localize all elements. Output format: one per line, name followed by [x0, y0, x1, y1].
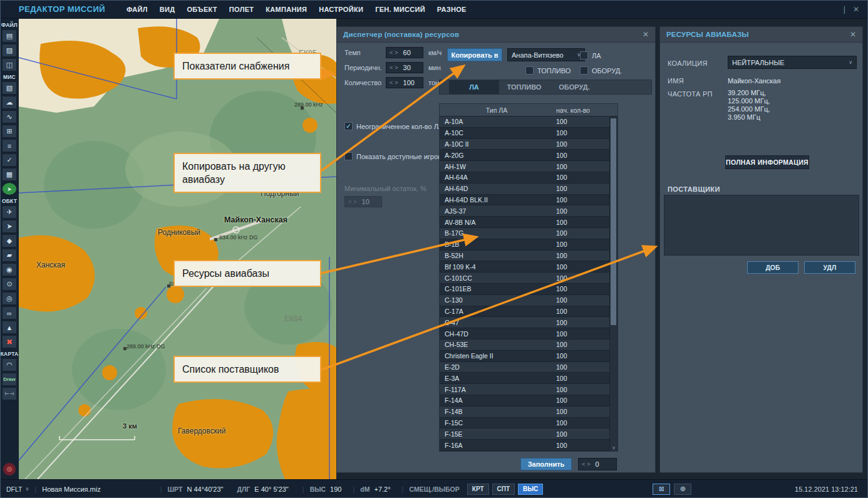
waypoint-icon[interactable]: ▲ [2, 321, 17, 334]
table-row[interactable]: AH-64D BLK.II 100 [440, 195, 610, 206]
menu-item[interactable]: ВИД [160, 6, 175, 13]
airplane-icon[interactable]: ✈ [2, 205, 17, 219]
field-spinner[interactable]: < > 100 [386, 77, 423, 88]
aircraft-table-body[interactable]: A-10A 100 A-10C 100 A-10C II 100 A-20G 1… [440, 117, 610, 451]
checkbox-aircraft[interactable]: ЛА [580, 51, 601, 60]
checkbox-box[interactable] [580, 66, 588, 75]
field-spinner[interactable]: < > 60 [386, 47, 423, 58]
zone-icon[interactable]: ◎ [2, 292, 17, 305]
spinner-decrement-icon[interactable]: < [582, 461, 585, 467]
table-row[interactable]: C-47 100 [440, 317, 610, 328]
table-row[interactable]: B-52H 100 [440, 251, 610, 262]
copy-to-button[interactable]: Копировать в [447, 48, 502, 61]
tables-icon[interactable]: ▦ [2, 168, 17, 181]
close-icon[interactable]: ✕ [850, 30, 856, 39]
static-object-icon[interactable]: ◉ [2, 263, 17, 276]
delete-icon[interactable]: ✖ [2, 335, 17, 348]
table-row[interactable]: F-15C 100 [440, 418, 610, 429]
spinner-decrement-icon[interactable]: < [390, 65, 393, 71]
time-settings-icon[interactable]: ⊛ [674, 484, 691, 495]
tab-aircraft[interactable]: ЛА [449, 80, 499, 94]
tab-fuel[interactable]: ТОПЛИВО [499, 80, 549, 94]
table-row[interactable]: AH-64D 100 [440, 184, 610, 195]
field-spinner[interactable]: < > 30 [386, 62, 423, 73]
table-row[interactable]: A-10A 100 [440, 117, 610, 128]
map-mode-button-spt[interactable]: СПТ [492, 484, 515, 495]
table-row[interactable]: E-3A 100 [440, 373, 610, 384]
table-row[interactable]: F-15E 100 [440, 428, 610, 440]
fill-button[interactable]: Заполнить [520, 458, 572, 470]
table-row[interactable]: A-20G 100 [440, 150, 610, 161]
options-icon[interactable]: ≡ [2, 139, 17, 152]
table-row[interactable]: Christen Eagle II 100 [440, 351, 610, 362]
delete-supplier-button[interactable]: УДЛ [804, 261, 855, 274]
airfield-icon[interactable]: ⊙ [2, 278, 17, 291]
close-icon[interactable]: ✕ [643, 30, 649, 39]
ship-icon[interactable]: ◆ [2, 234, 17, 247]
table-scrollbar[interactable]: ∨ [609, 117, 617, 451]
checkbox-box[interactable] [580, 51, 588, 60]
checkbox-check-icon[interactable]: ✓ [344, 122, 353, 130]
table-row[interactable]: AV-8B N/A 100 [440, 217, 610, 228]
map-canvas[interactable]: ЕК85 289.00 kHz Подгорный Майкоп-Ханская… [19, 19, 336, 479]
tab-equipment[interactable]: ОБОРУД. [549, 80, 599, 94]
menu-item[interactable]: НАСТРОЙКИ [319, 6, 363, 13]
template-icon[interactable]: ∞ [2, 306, 17, 319]
spinner-increment-icon[interactable]: > [395, 65, 398, 71]
vehicle-icon[interactable]: ▰ [2, 249, 17, 262]
measure-icon[interactable]: ◠ [2, 358, 17, 371]
table-row[interactable]: C-130 100 [440, 295, 610, 306]
menu-item[interactable]: ОБЪЕКТ [187, 6, 217, 13]
map-mode-button-vys[interactable]: ВЫС [518, 484, 543, 495]
play-mission-icon[interactable]: ➤ [2, 182, 17, 195]
save-mission-icon[interactable]: ◫ [2, 58, 17, 71]
checkbox-box[interactable] [344, 152, 353, 160]
briefing-icon[interactable]: ▧ [2, 81, 17, 95]
checkbox-show-player-available[interactable]: Показать доступные игроку [344, 152, 444, 160]
helicopter-icon[interactable]: ➤ [2, 220, 17, 233]
full-info-button[interactable]: ПОЛНАЯ ИНФОРМАЦИЯ [725, 155, 809, 169]
spinner-increment-icon[interactable]: > [587, 461, 590, 467]
ruler-icon[interactable]: ⊢⊣ [2, 387, 17, 400]
checkbox-equipment[interactable]: ОБОРУД. [580, 66, 622, 75]
close-icon[interactable]: ✕ [853, 5, 859, 14]
goals-icon[interactable]: ✓ [2, 153, 17, 167]
table-row[interactable]: F-14B 100 [440, 407, 610, 418]
weather-icon[interactable]: ☁ [2, 96, 17, 109]
snap-toggle-icon[interactable]: ⊠ [653, 484, 670, 495]
table-row[interactable]: CH-53E 100 [440, 340, 610, 351]
copy-target-dropdown[interactable]: Анапа-Витязево ∨ [507, 48, 585, 61]
table-row[interactable]: AH-64A 100 [440, 172, 610, 184]
route-tool-icon[interactable]: ∿ [2, 110, 17, 123]
table-row[interactable]: B-17G 100 [440, 228, 610, 239]
table-row[interactable]: Bf 109 K-4 100 [440, 261, 610, 272]
checkbox-box[interactable] [525, 66, 534, 75]
scrollbar-down-icon[interactable]: ∨ [610, 445, 617, 450]
open-mission-icon[interactable]: ▨ [2, 44, 17, 57]
new-mission-icon[interactable]: ▤ [2, 29, 17, 43]
spinner-increment-icon[interactable]: > [395, 80, 398, 86]
spinner-decrement-icon[interactable]: < [390, 49, 393, 56]
menu-item[interactable]: ГЕН. МИССИЙ [375, 6, 425, 13]
table-row[interactable]: AJS-37 100 [440, 205, 610, 217]
table-row[interactable]: F-14A 100 [440, 395, 610, 407]
spinner-decrement-icon[interactable]: < [390, 80, 393, 86]
table-row[interactable]: A-10C 100 [440, 128, 610, 139]
scrollbar-thumb[interactable] [611, 118, 616, 325]
checkbox-unlimited-aircraft[interactable]: ✓ Неограниченное кол-во ЛА [344, 122, 443, 130]
table-row[interactable]: F-16A 100 [440, 440, 610, 451]
add-supplier-button[interactable]: ДОБ [747, 261, 798, 274]
map-mode-button-krt[interactable]: КРТ [467, 484, 489, 495]
draw-button[interactable]: Draw [2, 373, 17, 386]
checkbox-fuel[interactable]: ТОПЛИВО [525, 66, 571, 75]
menu-item[interactable]: КАМПАНИЯ [266, 6, 307, 13]
table-row[interactable]: F-117A 100 [440, 384, 610, 395]
table-row[interactable]: CH-47D 100 [440, 328, 610, 340]
table-row[interactable]: C-101CC 100 [440, 272, 610, 284]
fill-spinner[interactable]: < > 0 [578, 458, 617, 470]
coalition-dropdown[interactable]: НЕЙТРАЛЬНЫЕ ∨ [728, 56, 857, 69]
table-row[interactable]: B-1B 100 [440, 239, 610, 251]
triggers-icon[interactable]: ⊞ [2, 125, 17, 138]
profile-dropdown[interactable]: DFLT ∨ [6, 485, 29, 493]
menu-item[interactable]: РАЗНОЕ [437, 6, 467, 13]
